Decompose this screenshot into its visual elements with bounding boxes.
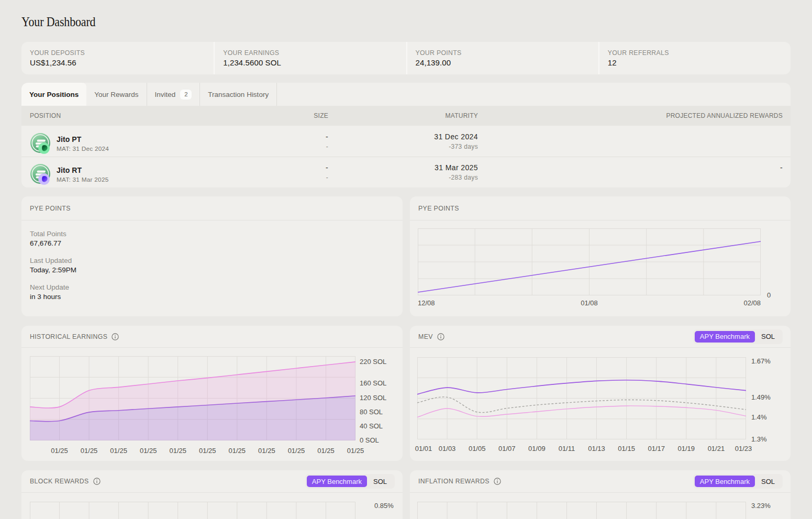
svg-text:01/25: 01/25: [199, 447, 216, 455]
stat-earnings-value: 1,234.5600 SOL: [223, 58, 397, 67]
inflation-rewards-unit-toggle: APY Benchmark SOL: [693, 474, 783, 489]
jito-rt-token-icon: [30, 164, 52, 185]
block-rewards-sol-button[interactable]: SOL: [367, 476, 393, 487]
tab-transaction-history[interactable]: Transaction History: [200, 83, 277, 106]
positions-table-header: POSITION SIZE MATURITY PROJECTED ANNUALI…: [21, 106, 791, 126]
size-sub-value: -: [231, 174, 328, 181]
svg-text:01/07: 01/07: [498, 445, 516, 452]
historical-earnings-title: HISTORICAL EARNINGS: [30, 333, 107, 340]
mev-info-icon[interactable]: [437, 333, 444, 340]
size-value: -: [231, 163, 328, 172]
tab-your-rewards-label: Your Rewards: [94, 91, 138, 98]
next-update-value: in 3 hours: [30, 292, 394, 302]
svg-text:40 SOL: 40 SOL: [360, 422, 383, 430]
svg-text:160 SOL: 160 SOL: [360, 379, 386, 387]
block-rewards-info-icon[interactable]: [93, 478, 101, 485]
projected-rewards-value: -: [478, 163, 783, 172]
size-value: -: [231, 132, 328, 141]
size-sub-value: -: [231, 143, 328, 150]
total-points-label: Total Points: [30, 229, 394, 238]
svg-text:01/25: 01/25: [81, 447, 98, 455]
next-update-label: Next Update: [30, 283, 394, 292]
pye-points-summary-title: PYE POINTS: [30, 205, 71, 212]
maturity-days: -283 days: [328, 174, 478, 181]
table-row-jito-rt[interactable]: Jito RT MAT: 31 Mar 2025 - - 31 Mar 2025…: [21, 157, 791, 187]
tab-your-rewards[interactable]: Your Rewards: [86, 83, 147, 106]
stats-strip: YOUR DEPOSITS US$1,234.56 YOUR EARNINGS …: [21, 42, 791, 74]
table-row-jito-pt[interactable]: Jito PT MAT: 31 Dec 2024 - - 31 Dec 2024…: [21, 126, 791, 157]
tab-invited[interactable]: Invited 2: [147, 83, 201, 106]
mev-chart: 1.67%1.49%1.4%1.3%01/0101/0301/0501/0701…: [414, 357, 791, 455]
page-title: Your Dashboard: [21, 0, 698, 28]
stat-referrals-label: YOUR REFERRALS: [608, 49, 782, 57]
stat-earnings-label: YOUR EARNINGS: [223, 49, 397, 57]
svg-text:01/03: 01/03: [439, 445, 456, 452]
last-updated-label: Last Updated: [30, 256, 394, 265]
historical-earnings-info-icon[interactable]: [112, 333, 119, 340]
inflation-rewards-apy-benchmark-button[interactable]: APY Benchmark: [695, 476, 755, 487]
tab-transaction-history-label: Transaction History: [208, 91, 269, 98]
last-updated-value: Today, 2:59PM: [30, 266, 394, 275]
dashboard-page: Your Dashboard YOUR DEPOSITS US$1,234.56…: [0, 0, 812, 519]
block-rewards-title: BLOCK REWARDS: [30, 478, 89, 485]
maturity-date: 31 Dec 2024: [328, 132, 478, 141]
inflation-rewards-chart: 3.23%: [417, 502, 791, 519]
svg-text:120 SOL: 120 SOL: [360, 394, 386, 402]
svg-text:01/25: 01/25: [258, 447, 275, 455]
svg-text:0.85%: 0.85%: [374, 502, 394, 510]
inflation-rewards-title: INFLATION REWARDS: [418, 478, 490, 485]
svg-text:01/21: 01/21: [708, 445, 725, 452]
svg-text:01/17: 01/17: [648, 445, 665, 452]
pye-row: PYE POINTS Total Points 67,676.77 Last U…: [21, 196, 791, 316]
stat-earnings: YOUR EARNINGS 1,234.5600 SOL: [214, 42, 406, 74]
inflation-rewards-card: INFLATION REWARDS APY Benchmark SOL 3.23…: [410, 470, 791, 519]
tab-your-positions[interactable]: Your Positions: [21, 83, 86, 106]
svg-text:02/08: 02/08: [743, 299, 761, 307]
position-name: Jito PT: [57, 135, 109, 143]
mev-sol-button[interactable]: SOL: [755, 331, 781, 343]
pye-points-chart-title: PYE POINTS: [418, 205, 459, 212]
tab-bar: Your Positions Your Rewards Invited 2 Tr…: [21, 83, 791, 106]
svg-text:80 SOL: 80 SOL: [360, 408, 383, 416]
svg-text:01/05: 01/05: [469, 445, 486, 452]
svg-text:01/25: 01/25: [51, 447, 68, 455]
historical-earnings-card: HISTORICAL EARNINGS 220 SOL160 SOL120 SO…: [21, 326, 403, 461]
svg-text:1.67%: 1.67%: [751, 357, 771, 365]
mev-apy-benchmark-button[interactable]: APY Benchmark: [695, 331, 755, 343]
stat-referrals-value: 12: [608, 58, 782, 67]
stat-points: YOUR POINTS 24,139.00: [406, 42, 598, 74]
position-maturity-sub: MAT: 31 Dec 2024: [57, 145, 109, 152]
svg-text:01/25: 01/25: [288, 447, 305, 455]
pye-points-chart: 012/0801/0802/08: [418, 228, 791, 311]
stat-deposits-label: YOUR DEPOSITS: [30, 49, 205, 57]
svg-text:01/11: 01/11: [559, 445, 575, 452]
svg-text:1.3%: 1.3%: [751, 435, 767, 443]
svg-text:01/09: 01/09: [528, 445, 546, 452]
inflation-rewards-sol-button[interactable]: SOL: [755, 476, 781, 487]
mev-card: MEV APY Benchmark SOL 1.67%1.49%1.4%1.3%…: [410, 326, 791, 461]
pye-points-chart-card: PYE POINTS 012/0801/0802/08: [410, 196, 791, 316]
block-rewards-apy-benchmark-button[interactable]: APY Benchmark: [307, 476, 367, 487]
svg-text:3.23%: 3.23%: [751, 502, 771, 510]
svg-text:01/25: 01/25: [317, 447, 335, 455]
col-size: SIZE: [231, 112, 328, 119]
svg-text:01/25: 01/25: [169, 447, 186, 455]
rewards-row: BLOCK REWARDS APY Benchmark SOL 0.85% IN…: [21, 470, 791, 519]
jito-pt-token-icon: [30, 133, 52, 154]
positions-card: Your Positions Your Rewards Invited 2 Tr…: [21, 83, 791, 187]
svg-text:01/25: 01/25: [110, 447, 127, 455]
svg-text:01/19: 01/19: [678, 445, 695, 452]
historical-earnings-chart: 220 SOL160 SOL120 SOL80 SOL40 SOL0 SOL01…: [30, 356, 403, 457]
col-position: POSITION: [21, 112, 231, 119]
stat-deposits-value: US$1,234.56: [30, 58, 205, 67]
inflation-rewards-info-icon[interactable]: [494, 478, 501, 485]
stat-deposits: YOUR DEPOSITS US$1,234.56: [21, 42, 214, 74]
stat-referrals: YOUR REFERRALS 12: [598, 42, 791, 74]
tab-invited-label: Invited: [155, 91, 176, 98]
block-rewards-unit-toggle: APY Benchmark SOL: [305, 474, 395, 489]
svg-text:12/08: 12/08: [418, 299, 435, 307]
svg-text:220 SOL: 220 SOL: [360, 358, 386, 366]
block-rewards-chart: 0.85%: [30, 502, 403, 519]
total-points-value: 67,676.77: [30, 239, 394, 248]
earnings-row: HISTORICAL EARNINGS 220 SOL160 SOL120 SO…: [21, 326, 791, 461]
